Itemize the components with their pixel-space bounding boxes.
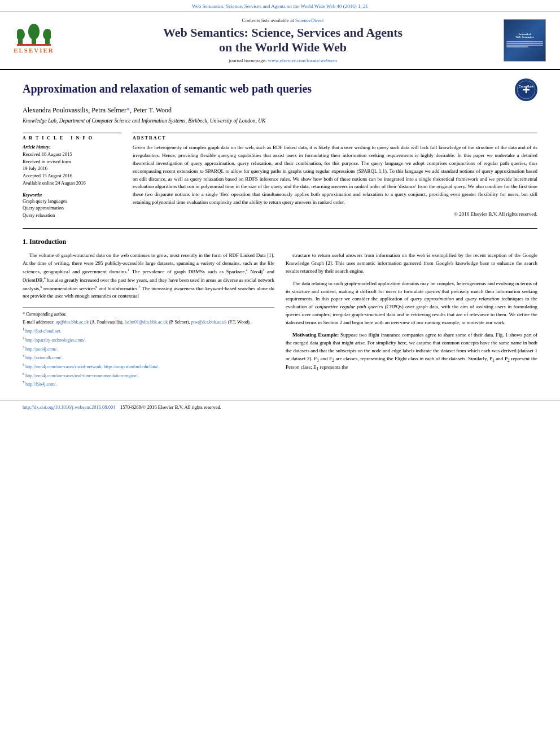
fn5: 5 http://neo4j.com/use-cases/social-netw… — [23, 362, 274, 370]
abstract-text: Given the heterogeneity of complex graph… — [133, 144, 537, 207]
svg-rect-6 — [17, 44, 51, 46]
fn5-link2[interactable]: https://snap.stanford.edu/data/. — [104, 364, 159, 369]
email-link-2[interactable]: lselm01@dcs.bbk.ac.uk — [125, 320, 168, 325]
footnotes: * Corresponding author. E-mail addresses… — [23, 307, 274, 388]
journal-cover-image: Journal ofWeb Semantics — [504, 19, 546, 62]
section-number: 1. — [23, 238, 28, 246]
fn3: 3 http://neo4j.com/. — [23, 345, 274, 353]
fn3-link[interactable]: http://neo4j.com/. — [25, 346, 58, 351]
fn4-link[interactable]: http://orientdb.com/. — [25, 355, 63, 360]
journal-header: ELSEVIER Contents lists available at Sci… — [0, 12, 560, 70]
history-label: Article history: — [23, 144, 121, 151]
crossmark-badge: CrossMark — [515, 78, 537, 101]
svg-point-5 — [43, 29, 51, 40]
corresponding-author-note: * Corresponding author. — [23, 311, 274, 318]
page-wrapper: Web Semantics: Science, Services and Age… — [0, 0, 560, 413]
revised-label: Received in revised form — [23, 158, 121, 165]
keywords-block: Keywords: Graph query languages Query ap… — [23, 193, 121, 219]
keyword-1: Graph query languages — [23, 198, 121, 205]
fn6-link[interactable]: http://neo4j.com/use-cases/real-time-rec… — [25, 373, 139, 378]
article-info-abstract-row: A R T I C L E I N F O Article history: R… — [23, 133, 537, 219]
intro-left-col: The volume of graph-structured data on t… — [23, 252, 274, 389]
doi-bar: http://dx.doi.org/10.1016/j.websem.2016.… — [0, 400, 560, 413]
keywords-label: Keywords: — [23, 193, 121, 198]
fn1: 1 http://lod-cloud.net. — [23, 327, 274, 335]
elsevier-logo: ELSEVIER — [11, 20, 56, 60]
journal-citation-bar: Web Semantics: Science, Services and Age… — [0, 0, 560, 12]
article-title: Approximation and relaxation of semantic… — [23, 81, 312, 96]
affiliation: Knowledge Lab, Department of Computer Sc… — [23, 118, 537, 124]
elsevier-brand: ELSEVIER — [14, 47, 54, 54]
sciencedirect-note: Contents lists available at ScienceDirec… — [68, 18, 498, 23]
authors: Alexandra Poulovassilis, Petra Selmer*, … — [23, 106, 537, 115]
copyright: © 2016 Elsevier B.V. All rights reserved… — [133, 211, 537, 217]
fn5-link1[interactable]: http://neo4j.com/use-cases/social-networ… — [25, 364, 103, 369]
intro-para-1: The volume of graph-structured data on t… — [23, 252, 274, 301]
svg-point-1 — [17, 29, 25, 40]
doi-link[interactable]: http://dx.doi.org/10.1016/j.websem.2016.… — [23, 404, 115, 410]
fn4: 4 http://orientdb.com/. — [23, 353, 274, 361]
intro-right-col: structure to return useful answers from … — [286, 252, 537, 389]
fn7-link[interactable]: http://bio4j.com/. — [25, 382, 57, 387]
intro-para-right-1: structure to return useful answers from … — [286, 252, 537, 276]
email-addresses: E-mail addresses: ap@dcs.bbk.ac.uk (A. P… — [23, 319, 274, 326]
article-info-label: A R T I C L E I N F O — [23, 133, 121, 141]
fn2: 2 http://sparsity-technologies.com/. — [23, 336, 274, 344]
received-date: Received 18 August 2015 — [23, 151, 121, 158]
abstract-label: ABSTRACT — [133, 133, 537, 141]
journal-title: Web Semantics: Science, Services and Age… — [68, 25, 498, 55]
section-divider — [23, 228, 537, 229]
available-date: Available online 24 August 2016 — [23, 180, 121, 187]
elsevier-logo-area: ELSEVIER — [11, 20, 62, 60]
svg-point-3 — [28, 24, 40, 40]
introduction-body: The volume of graph-structured data on t… — [23, 252, 537, 389]
email-link-1[interactable]: ap@dcs.bbk.ac.uk — [56, 320, 89, 325]
elsevier-tree-icon — [17, 20, 51, 46]
keyword-2: Query approximation — [23, 204, 121, 212]
article-content: Approximation and relaxation of semantic… — [0, 70, 560, 400]
fn6: 6 http://neo4j.com/use-cases/real-time-r… — [23, 372, 274, 379]
accepted-date: Accepted 15 August 2016 — [23, 172, 121, 180]
fn7: 7 http://bio4j.com/. — [23, 380, 274, 388]
fn2-link[interactable]: http://sparsity-technologies.com/. — [25, 338, 86, 343]
sciencedirect-link[interactable]: ScienceDirect — [295, 18, 323, 23]
email-link-3[interactable]: ptw@dcs.bbk.ac.uk — [191, 320, 227, 325]
journal-header-center: Contents lists available at ScienceDirec… — [68, 18, 498, 63]
introduction-heading: 1. Introduction — [23, 238, 537, 246]
homepage-link[interactable]: www.elsevier.com/locate/websem — [268, 58, 337, 63]
journal-citation: Web Semantics: Science, Services and Age… — [192, 3, 368, 9]
journal-homepage: journal homepage: www.elsevier.com/locat… — [68, 58, 498, 63]
intro-para-right-2: The data relating to such graph-modelled… — [286, 280, 537, 327]
issn: 1570-8268/© 2016 Elsevier B.V. All right… — [120, 404, 221, 410]
fn1-link[interactable]: http://lod-cloud.net. — [25, 329, 62, 334]
section-title: Introduction — [29, 238, 66, 246]
journal-cover-area: Journal ofWeb Semantics — [504, 19, 549, 62]
article-history: Article history: Received 18 August 2015… — [23, 144, 121, 187]
revised-date: 19 July 2016 — [23, 165, 121, 172]
intro-para-right-3: Motivating Example: Suppose two flight i… — [286, 331, 537, 373]
article-info-column: A R T I C L E I N F O Article history: R… — [23, 133, 121, 219]
keyword-3: Query relaxation — [23, 212, 121, 219]
abstract-column: ABSTRACT Given the heterogeneity of comp… — [133, 133, 537, 219]
